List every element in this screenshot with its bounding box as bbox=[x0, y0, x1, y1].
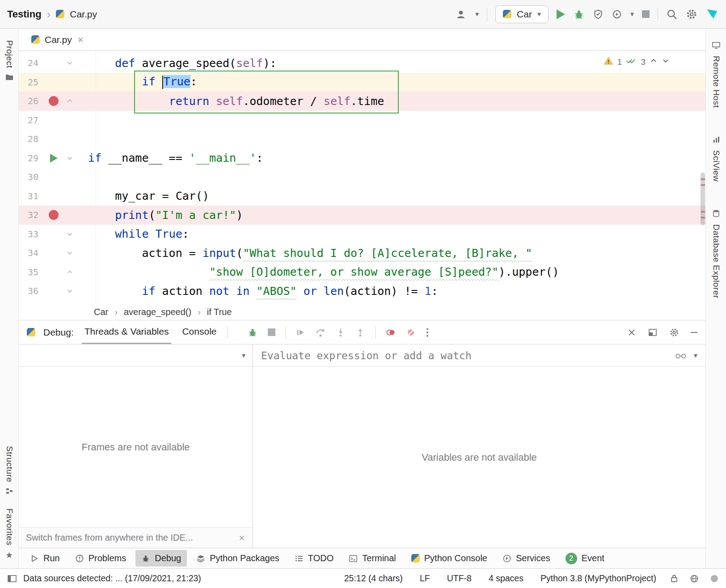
line-number[interactable]: 36 bbox=[19, 286, 38, 296]
toolwindow-todo[interactable]: TODO bbox=[289, 550, 339, 567]
fold-down-icon[interactable] bbox=[63, 155, 76, 162]
toolwindow-terminal[interactable]: Terminal bbox=[343, 550, 402, 567]
stop-button[interactable] bbox=[642, 10, 650, 18]
editor-line-30[interactable]: 30 bbox=[19, 168, 705, 187]
editor-line-27[interactable]: 27 bbox=[19, 111, 705, 130]
toolwindow-problems[interactable]: Problems bbox=[69, 550, 132, 567]
editor-line-32[interactable]: 32 print("I'm a car!") bbox=[19, 206, 705, 225]
settings-gear-icon[interactable] bbox=[669, 328, 679, 337]
run-options-dropdown-icon[interactable]: ▾ bbox=[630, 10, 634, 18]
hide-icon[interactable] bbox=[691, 332, 697, 333]
fold-down-icon[interactable] bbox=[63, 231, 76, 238]
tab-console[interactable]: Console bbox=[179, 320, 219, 344]
tab-close-icon[interactable] bbox=[77, 36, 84, 43]
status-item[interactable]: LF bbox=[420, 573, 430, 584]
status-item[interactable]: 4 spaces bbox=[489, 573, 523, 584]
fold-down-icon[interactable] bbox=[63, 249, 76, 256]
status-item[interactable]: 25:12 (4 chars) bbox=[344, 573, 403, 584]
toolwindow-stripe-structure[interactable]: Structure bbox=[4, 446, 14, 497]
search-icon[interactable] bbox=[666, 8, 678, 20]
editor-tab-carpy[interactable]: Car.py bbox=[25, 29, 90, 50]
resume-icon[interactable] bbox=[295, 328, 305, 337]
editor-line-25[interactable]: 25 if True: bbox=[19, 73, 705, 92]
toolwindow-services[interactable]: Services bbox=[497, 550, 556, 567]
lock-icon[interactable] bbox=[670, 574, 679, 584]
editor-line-28[interactable]: 28 bbox=[19, 130, 705, 149]
line-number[interactable]: 35 bbox=[19, 267, 38, 277]
line-number[interactable]: 33 bbox=[19, 229, 38, 239]
toolwindow-stripe-sciview[interactable]: SciView bbox=[711, 135, 721, 182]
layout-settings-icon[interactable] bbox=[648, 328, 658, 337]
toolwindow-python-packages[interactable]: Python Packages bbox=[190, 550, 285, 567]
close-icon[interactable] bbox=[627, 328, 636, 337]
editor-line-31[interactable]: 31 my_car = Car() bbox=[19, 187, 705, 206]
editor-line-26[interactable]: 26 return self.odometer / self.time bbox=[19, 92, 705, 111]
run-with-coverage-button[interactable] bbox=[593, 9, 604, 20]
gutter-icon-area[interactable] bbox=[38, 210, 63, 220]
toolwindow-stripe-remote-host[interactable]: Remote Host bbox=[711, 41, 721, 108]
rerun-debug-icon[interactable] bbox=[247, 327, 258, 338]
toolwindow-event[interactable]: 2Event bbox=[560, 550, 610, 567]
fold-up-icon[interactable] bbox=[63, 269, 76, 276]
toolwindow-toggle-icon[interactable] bbox=[7, 574, 17, 583]
toolwindow-stripe-database[interactable]: Database Explorer bbox=[711, 210, 721, 298]
editor-line-34[interactable]: 34 action = input("What should I do? [A]… bbox=[19, 244, 705, 263]
line-number[interactable]: 30 bbox=[19, 172, 38, 182]
gutter-icon-area[interactable] bbox=[38, 96, 63, 106]
line-number[interactable]: 26 bbox=[19, 96, 38, 106]
line-number[interactable]: 31 bbox=[19, 191, 38, 202]
editor-line-35[interactable]: 35 "show [O]dometer, or show average [S]… bbox=[19, 263, 705, 282]
prev-issue-icon[interactable] bbox=[650, 57, 658, 67]
fold-down-icon[interactable] bbox=[63, 287, 76, 294]
evaluate-expression-row[interactable]: Evaluate expression or add a watch ▾ bbox=[253, 344, 705, 367]
step-over-icon[interactable] bbox=[315, 327, 326, 338]
toolwindow-python-console[interactable]: Python Console bbox=[405, 550, 493, 567]
breadcrumb-item[interactable]: Car bbox=[94, 307, 108, 317]
run-configuration-select[interactable]: Car ▾ bbox=[495, 5, 549, 23]
more-options-icon[interactable] bbox=[426, 327, 429, 338]
scrollbar-thumb[interactable] bbox=[701, 172, 705, 225]
step-out-icon[interactable] bbox=[355, 328, 365, 337]
next-issue-icon[interactable] bbox=[662, 57, 670, 67]
line-number[interactable]: 28 bbox=[19, 134, 38, 144]
line-number[interactable]: 25 bbox=[19, 77, 38, 88]
gutter-icon-area[interactable] bbox=[38, 154, 63, 163]
fold-down-icon[interactable] bbox=[63, 59, 76, 67]
tab-threads-variables[interactable]: Threads & Variables bbox=[82, 320, 172, 344]
debug-button[interactable] bbox=[573, 8, 585, 20]
toolwindow-stripe-favorites[interactable]: Favorites ★ bbox=[4, 508, 14, 560]
frames-dropdown[interactable]: ▾ bbox=[19, 344, 253, 367]
profiler-button[interactable] bbox=[612, 9, 622, 20]
run-button[interactable] bbox=[557, 9, 565, 19]
user-dropdown-icon[interactable]: ▾ bbox=[475, 10, 479, 18]
breadcrumb-project[interactable]: Testing bbox=[7, 8, 42, 20]
settings-gear-icon[interactable] bbox=[686, 8, 697, 20]
code-editor[interactable]: 24 def average_speed(self):25 if True:26… bbox=[19, 51, 705, 304]
breakpoint-icon[interactable] bbox=[49, 210, 59, 220]
stop-icon[interactable] bbox=[268, 328, 275, 336]
write-access-globe-icon[interactable] bbox=[689, 574, 699, 584]
toolwindow-debug[interactable]: Debug bbox=[135, 550, 187, 567]
status-item[interactable]: UTF-8 bbox=[447, 573, 472, 584]
close-icon[interactable] bbox=[238, 534, 245, 542]
chevron-down-icon[interactable]: ▾ bbox=[694, 351, 697, 360]
view-breakpoints-icon[interactable] bbox=[385, 328, 396, 337]
editor-line-29[interactable]: 29if __name__ == '__main__': bbox=[19, 149, 705, 168]
toolwindow-stripe-project[interactable]: Project bbox=[4, 40, 14, 83]
run-gutter-icon[interactable] bbox=[50, 154, 58, 163]
breadcrumb-item[interactable]: average_speed() bbox=[124, 307, 191, 317]
inspection-widget[interactable]: 1 3 bbox=[604, 56, 670, 67]
toolwindow-run[interactable]: Run bbox=[24, 550, 66, 567]
breadcrumb-item[interactable]: if True bbox=[207, 307, 232, 317]
line-number[interactable]: 32 bbox=[19, 210, 38, 220]
user-account-icon[interactable] bbox=[456, 9, 467, 20]
line-number[interactable]: 24 bbox=[19, 58, 38, 68]
editor-line-33[interactable]: 33 while True: bbox=[19, 225, 705, 244]
breadcrumb-file[interactable]: Car.py bbox=[70, 9, 97, 20]
editor-scrollbar[interactable] bbox=[699, 51, 705, 304]
step-into-icon[interactable] bbox=[336, 328, 346, 337]
editor-line-24[interactable]: 24 def average_speed(self): bbox=[19, 54, 705, 73]
fold-up-icon[interactable] bbox=[63, 97, 76, 105]
line-number[interactable]: 29 bbox=[19, 153, 38, 164]
evaluate-expression-input[interactable]: Evaluate expression or add a watch bbox=[261, 350, 668, 361]
